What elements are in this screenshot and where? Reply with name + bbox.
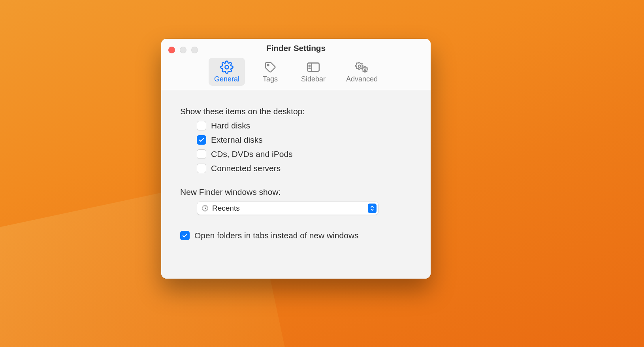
checkbox-label: Connected servers xyxy=(211,164,281,173)
tab-label: Sidebar xyxy=(301,75,326,83)
tag-icon xyxy=(263,61,278,74)
gears-icon xyxy=(354,61,369,74)
gear-icon xyxy=(219,61,234,74)
titlebar: Finder Settings General xyxy=(161,39,431,90)
new-windows-heading: New Finder windows show: xyxy=(180,187,412,197)
checkbox-external-disks[interactable] xyxy=(197,135,206,145)
sidebar-icon xyxy=(306,61,321,74)
tab-label: General xyxy=(214,75,239,83)
checkbox-connected-servers[interactable] xyxy=(197,164,206,173)
finder-settings-window: Finder Settings General xyxy=(161,39,431,279)
checkbox-open-in-tabs[interactable] xyxy=(180,231,190,240)
dropdown-selected-value: Recents xyxy=(212,204,368,213)
traffic-lights xyxy=(168,47,198,53)
preferences-toolbar: General Tags xyxy=(161,58,431,86)
tab-advanced[interactable]: Advanced xyxy=(341,58,383,86)
checkbox-row-hard-disks: Hard disks xyxy=(197,121,412,130)
checkbox-label: CDs, DVDs and iPods xyxy=(211,149,293,159)
desktop-items-list: Hard disks External disks CDs, DVDs and … xyxy=(180,121,412,173)
checkbox-row-connected-servers: Connected servers xyxy=(197,164,412,173)
minimize-button[interactable] xyxy=(180,47,186,53)
preferences-body: Show these items on the desktop: Hard di… xyxy=(161,90,431,279)
svg-point-1 xyxy=(267,64,269,66)
checkbox-label: Hard disks xyxy=(211,121,250,130)
new-windows-dropdown-container: Recents xyxy=(180,202,412,215)
window-title: Finder Settings xyxy=(161,43,431,53)
desktop-items-heading: Show these items on the desktop: xyxy=(180,107,412,116)
new-windows-dropdown[interactable]: Recents xyxy=(197,202,378,215)
svg-point-7 xyxy=(358,65,361,68)
tab-tags[interactable]: Tags xyxy=(254,58,286,86)
close-button[interactable] xyxy=(168,47,175,53)
tab-label: Tags xyxy=(263,75,278,83)
tab-label: Advanced xyxy=(346,75,378,83)
checkbox-row-external-disks: External disks xyxy=(197,135,412,145)
chevron-up-down-icon xyxy=(368,204,377,213)
checkbox-label: External disks xyxy=(211,135,263,145)
maximize-button[interactable] xyxy=(191,47,198,53)
checkbox-cds-dvds-ipods[interactable] xyxy=(197,149,206,159)
checkbox-label: Open folders in tabs instead of new wind… xyxy=(194,231,359,240)
clock-icon xyxy=(201,204,209,212)
svg-point-0 xyxy=(225,65,228,69)
svg-point-8 xyxy=(364,69,366,70)
checkbox-row-cds-dvds-ipods: CDs, DVDs and iPods xyxy=(197,149,412,159)
tab-sidebar[interactable]: Sidebar xyxy=(296,58,331,86)
checkbox-row-open-in-tabs: Open folders in tabs instead of new wind… xyxy=(180,231,412,240)
tab-general[interactable]: General xyxy=(209,58,245,86)
checkbox-hard-disks[interactable] xyxy=(197,121,206,130)
